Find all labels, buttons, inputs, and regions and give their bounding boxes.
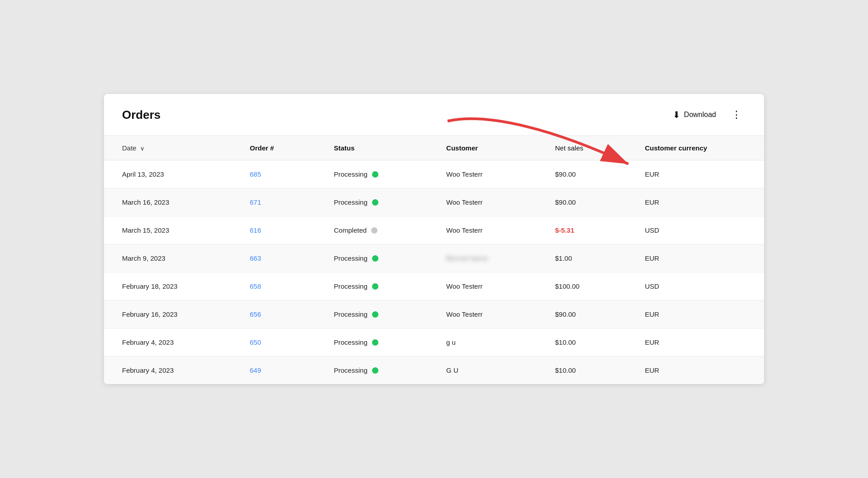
table-row: February 4, 2023649ProcessingG U$10.00EU… [104,356,764,384]
order-link[interactable]: 658 [250,282,261,290]
orders-card: Orders ⬇ Download ⋮ Date ∨ Order # Statu… [104,94,764,384]
cell-customer: g u [428,328,537,356]
cell-currency: EUR [627,160,764,188]
cell-customer: G U [428,356,537,384]
col-status[interactable]: Status [316,136,429,160]
order-link[interactable]: 685 [250,170,261,178]
cell-date: February 4, 2023 [104,356,232,384]
status-dot-icon [371,227,377,234]
cell-order: 616 [232,216,316,244]
table-body: April 13, 2023685ProcessingWoo Testerr$9… [104,160,764,384]
cell-status: Processing [316,300,429,328]
cell-currency: USD [627,272,764,300]
cell-status: Processing [316,272,429,300]
cell-net-sales: $90.00 [537,188,627,216]
cell-net-sales: $10.00 [537,328,627,356]
order-link[interactable]: 650 [250,338,261,346]
table-row: February 18, 2023658ProcessingWoo Tester… [104,272,764,300]
status-dot-icon [372,311,378,318]
table-row: March 16, 2023671ProcessingWoo Testerr$9… [104,188,764,216]
cell-date: March 9, 2023 [104,244,232,272]
cell-date: February 18, 2023 [104,272,232,300]
status-text: Processing [334,282,368,290]
status-dot-icon [372,255,378,262]
cell-status: Completed [316,216,429,244]
status-text: Processing [334,170,368,178]
cell-status: Processing [316,244,429,272]
page-title: Orders [122,108,160,122]
order-link[interactable]: 671 [250,198,261,206]
cell-order: 671 [232,188,316,216]
status-text: Processing [334,366,368,374]
order-link[interactable]: 616 [250,226,261,234]
table-row: February 16, 2023656ProcessingWoo Tester… [104,300,764,328]
cell-date: February 16, 2023 [104,300,232,328]
cell-net-sales: $1.00 [537,244,627,272]
cell-status: Processing [316,188,429,216]
cell-date: February 4, 2023 [104,328,232,356]
status-dot-icon [372,199,378,206]
cell-net-sales: $-5.31 [537,216,627,244]
cell-currency: EUR [627,328,764,356]
cell-date: April 13, 2023 [104,160,232,188]
order-link[interactable]: 649 [250,366,261,374]
table-row: February 4, 2023650Processingg u$10.00EU… [104,328,764,356]
order-link[interactable]: 656 [250,310,261,318]
status-text: Processing [334,198,368,206]
table-header: Date ∨ Order # Status Customer Net sales… [104,136,764,160]
status-dot-icon [372,339,378,346]
cell-net-sales: $90.00 [537,160,627,188]
cell-net-sales: $90.00 [537,300,627,328]
table-row: March 9, 2023663ProcessingBlurred Name$1… [104,244,764,272]
cell-customer: Blurred Name [428,244,537,272]
table-row: April 13, 2023685ProcessingWoo Testerr$9… [104,160,764,188]
cell-order: 658 [232,272,316,300]
col-net-sales[interactable]: Net sales [537,136,627,160]
status-text: Completed [334,226,367,234]
cell-currency: EUR [627,244,764,272]
cell-currency: USD [627,216,764,244]
status-text: Processing [334,310,368,318]
cell-currency: EUR [627,300,764,328]
orders-table: Date ∨ Order # Status Customer Net sales… [104,136,764,384]
cell-net-sales: $10.00 [537,356,627,384]
cell-order: 663 [232,244,316,272]
cell-customer: Woo Testerr [428,188,537,216]
col-date-label: Date [122,144,137,152]
status-dot-icon [372,171,378,178]
cell-net-sales: $100.00 [537,272,627,300]
more-options-button[interactable]: ⋮ [728,107,746,122]
col-date[interactable]: Date ∨ [104,136,232,160]
cell-currency: EUR [627,356,764,384]
cell-order: 649 [232,356,316,384]
download-label: Download [684,111,716,119]
cell-status: Processing [316,356,429,384]
download-icon: ⬇ [673,109,680,120]
sort-arrow-icon: ∨ [140,145,145,152]
page-header: Orders ⬇ Download ⋮ [104,94,764,136]
cell-customer: Woo Testerr [428,272,537,300]
status-text: Processing [334,254,368,262]
cell-customer: Woo Testerr [428,300,537,328]
status-dot-icon [372,283,378,290]
order-link[interactable]: 663 [250,254,261,262]
col-customer[interactable]: Customer [428,136,537,160]
download-button[interactable]: ⬇ Download [668,107,721,123]
cell-customer: Woo Testerr [428,160,537,188]
cell-order: 685 [232,160,316,188]
cell-date: March 16, 2023 [104,188,232,216]
cell-customer: Woo Testerr [428,216,537,244]
col-order[interactable]: Order # [232,136,316,160]
table-row: March 15, 2023616CompletedWoo Testerr$-5… [104,216,764,244]
status-dot-icon [372,367,378,374]
col-currency[interactable]: Customer currency [627,136,764,160]
header-actions: ⬇ Download ⋮ [668,107,746,123]
cell-status: Processing [316,328,429,356]
cell-date: March 15, 2023 [104,216,232,244]
cell-order: 650 [232,328,316,356]
cell-order: 656 [232,300,316,328]
table-header-row: Date ∨ Order # Status Customer Net sales… [104,136,764,160]
status-text: Processing [334,338,368,346]
cell-currency: EUR [627,188,764,216]
cell-status: Processing [316,160,429,188]
